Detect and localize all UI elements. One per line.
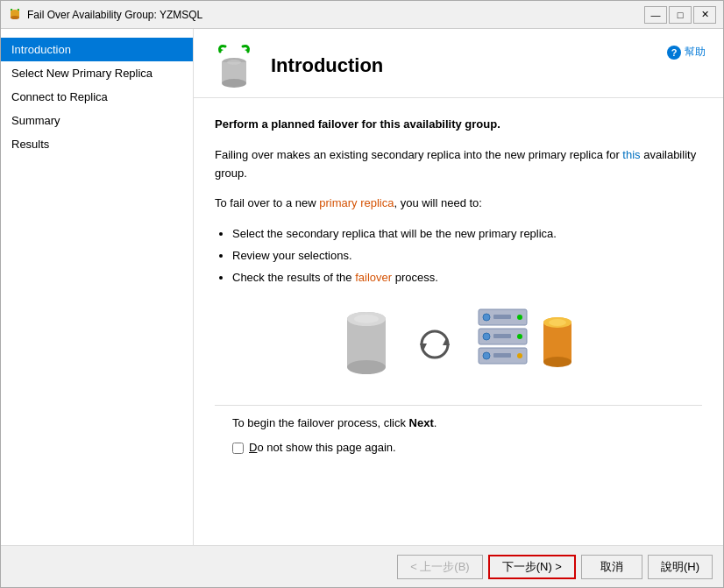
illustration — [215, 305, 702, 384]
dont-show-checkbox[interactable] — [232, 443, 244, 454]
svg-point-5 — [222, 79, 246, 88]
help-circle-icon: ? — [667, 46, 681, 60]
sidebar: Introduction Select New Primary Replica … — [1, 29, 194, 545]
page-title: Introduction — [271, 54, 383, 77]
cancel-button[interactable]: 取消 — [581, 555, 642, 579]
main-window: Fail Over Availability Group: YZMSQL — □… — [0, 0, 724, 588]
svg-rect-22 — [493, 353, 511, 358]
help-link[interactable]: ? 幫助 — [667, 43, 706, 60]
svg-point-21 — [483, 352, 490, 359]
sidebar-item-introduction[interactable]: Introduction — [1, 38, 193, 61]
bullet-item-1: Select the secondary replica that will b… — [232, 225, 702, 244]
sidebar-item-connect-to-replica[interactable]: Connect to Replica — [1, 85, 193, 109]
svg-point-23 — [517, 353, 522, 358]
sidebar-item-summary[interactable]: Summary — [1, 109, 193, 132]
back-button[interactable]: < 上一步(B) — [397, 555, 483, 579]
footer-text: To begin the failover process, click Nex… — [232, 414, 685, 433]
intro-bold-text: Perform a planned failover for this avai… — [215, 116, 702, 134]
para1: Failing over makes an existing secondary… — [215, 146, 702, 183]
yellow-db-icon — [536, 312, 578, 384]
server-stack-icon — [474, 305, 531, 384]
dont-show-label[interactable]: Do not show this page again. — [249, 439, 396, 457]
para2-highlight: primary replica — [319, 196, 394, 209]
failover-highlight: failover — [355, 271, 392, 284]
svg-rect-8 — [347, 319, 386, 367]
body-area: Perform a planned failover for this avai… — [194, 98, 723, 545]
window-title: Fail Over Availability Group: YZMSQL — [27, 9, 644, 21]
para1-highlight: this — [622, 148, 640, 161]
close-button[interactable]: ✕ — [693, 6, 716, 24]
svg-rect-14 — [493, 315, 511, 319]
maximize-button[interactable]: □ — [669, 6, 692, 24]
window-icon — [8, 8, 22, 22]
svg-point-28 — [549, 319, 566, 326]
next-button[interactable]: 下一步(N) > — [488, 555, 576, 579]
server-with-db-icon — [474, 305, 578, 384]
content-area: Introduction Select New Primary Replica … — [1, 29, 723, 545]
svg-point-15 — [517, 315, 522, 320]
svg-point-9 — [347, 360, 386, 374]
sidebar-item-select-new-primary-replica[interactable]: Select New Primary Replica — [1, 61, 193, 85]
gray-db-icon — [338, 305, 395, 384]
minimize-button[interactable]: — — [644, 6, 667, 24]
dont-show-checkbox-row: Do not show this page again. — [232, 439, 685, 457]
svg-point-2 — [11, 16, 19, 19]
bullet-item-2: Review your selections. — [232, 247, 702, 266]
transfer-arrows-icon — [413, 322, 457, 366]
svg-point-26 — [543, 357, 571, 367]
svg-point-11 — [354, 315, 379, 323]
svg-rect-18 — [493, 334, 511, 338]
sidebar-item-results[interactable]: Results — [1, 132, 193, 156]
help-button[interactable]: 說明(H) — [648, 555, 713, 579]
svg-rect-25 — [543, 322, 571, 362]
bullet-item-3: Check the results of the failover proces… — [232, 269, 702, 287]
svg-point-6 — [227, 60, 241, 65]
para2: To fail over to a new primary replica, y… — [215, 195, 702, 213]
window-controls: — □ ✕ — [644, 6, 716, 24]
main-content-panel: Introduction ? 幫助 Perform a planned fail… — [194, 29, 723, 545]
svg-point-13 — [483, 314, 490, 321]
footer-section: To begin the failover process, click Nex… — [215, 405, 702, 467]
header-icon — [211, 43, 257, 89]
title-bar: Fail Over Availability Group: YZMSQL — □… — [1, 1, 723, 29]
buttons-row: < 上一步(B) 下一步(N) > 取消 說明(H) — [1, 545, 723, 587]
bullet-list: Select the secondary replica that will b… — [232, 225, 702, 287]
svg-point-17 — [483, 333, 490, 340]
svg-point-19 — [517, 334, 522, 339]
header-area: Introduction ? 幫助 — [194, 29, 723, 98]
